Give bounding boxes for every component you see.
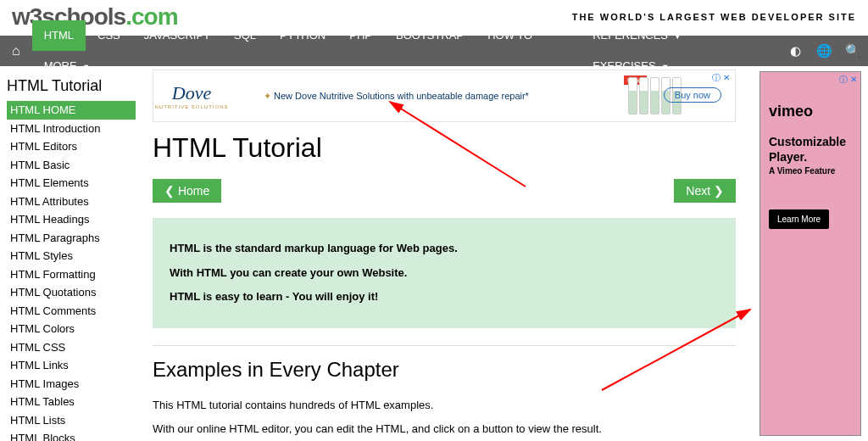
sidebar-item-html-paragraphs[interactable]: HTML Paragraphs [7, 229, 136, 248]
ad-info-icon[interactable]: ⓘ [712, 73, 721, 82]
ad-brand-logo: vimeo [769, 103, 852, 120]
sidebar-item-html-comments[interactable]: HTML Comments [7, 302, 136, 321]
nav-item-how-to[interactable]: HOW TO [476, 20, 544, 51]
sidebar-item-html-blocks[interactable]: HTML Blocks [7, 429, 136, 441]
ad-buy-button[interactable]: Buy now [664, 87, 721, 103]
ad-skyscraper[interactable]: ⓘ ✕ vimeo Customizable Player. A Vimeo F… [760, 71, 861, 436]
ad-subheading: A Vimeo Feature [769, 166, 852, 176]
sidebar-item-html-quotations[interactable]: HTML Quotations [7, 283, 136, 302]
sidebar-item-html-formatting[interactable]: HTML Formatting [7, 265, 136, 284]
sidebar-item-html-styles[interactable]: HTML Styles [7, 247, 136, 265]
theme-toggle-icon[interactable]: ◐ [782, 36, 810, 66]
sidebar: HTML Tutorial HTML HOMEHTML Introduction… [0, 66, 136, 441]
ad-info-controls[interactable]: ⓘ ✕ [839, 74, 857, 86]
search-icon[interactable]: 🔍 [839, 36, 868, 66]
sidebar-item-html-lists[interactable]: HTML Lists [7, 411, 136, 430]
globe-icon[interactable]: 🌐 [810, 36, 839, 66]
divider [153, 345, 736, 346]
nav-item-css[interactable]: CSS [86, 20, 132, 51]
ad-close-icon[interactable]: ✕ [723, 73, 730, 82]
intro-box: HTML is the standard markup language for… [153, 218, 736, 328]
main-content: Dove NUTRITIVE SOLUTIONS ✦ New Dove Nutr… [136, 66, 753, 441]
nav-item-bootstrap[interactable]: BOOTSTRAP [384, 20, 476, 51]
sidebar-item-html-editors[interactable]: HTML Editors [7, 137, 136, 156]
ad-close-icon[interactable]: ✕ [850, 75, 857, 84]
ad-text: ✦ New Dove Nutritive Solutions with unbe… [264, 91, 529, 102]
section-text: This HTML tutorial contains hundreds of … [153, 394, 736, 441]
sidebar-item-html-basic[interactable]: HTML Basic [7, 156, 136, 175]
ad-info-controls[interactable]: ⓘ ✕ [712, 72, 730, 84]
nav-item-html[interactable]: HTML [32, 20, 86, 51]
sidebar-item-html-css[interactable]: HTML CSS [7, 338, 136, 357]
sidebar-item-html-images[interactable]: HTML Images [7, 375, 136, 394]
sidebar-title: HTML Tutorial [7, 75, 136, 98]
sidebar-item-html-links[interactable]: HTML Links [7, 356, 136, 375]
sidebar-item-html-introduction[interactable]: HTML Introduction [7, 120, 136, 138]
home-icon[interactable]: ⌂ [0, 36, 32, 66]
sidebar-item-html-colors[interactable]: HTML Colors [7, 320, 136, 338]
sidebar-item-html-elements[interactable]: HTML Elements [7, 174, 136, 193]
sidebar-item-html-attributes[interactable]: HTML Attributes [7, 193, 136, 211]
section-title: Examples in Every Chapter [153, 358, 736, 382]
next-button[interactable]: Next ❯ [674, 179, 736, 203]
sidebar-item-html-headings[interactable]: HTML Headings [7, 210, 136, 229]
home-button[interactable]: ❮ Home [153, 179, 221, 203]
ad-brand-logo: Dove NUTRITIVE SOLUTIONS [153, 82, 230, 109]
ad-sidebar: ⓘ ✕ vimeo Customizable Player. A Vimeo F… [760, 71, 861, 441]
main-nav: ⌂ HTMLCSSJAVASCRIPTSQLPYTHONPHPBOOTSTRAP… [0, 36, 868, 66]
ad-banner-top[interactable]: Dove NUTRITIVE SOLUTIONS ✦ New Dove Nutr… [153, 70, 736, 122]
ad-heading: Customizable Player. [769, 134, 852, 165]
sidebar-item-html-tables[interactable]: HTML Tables [7, 393, 136, 411]
sidebar-item-html-home[interactable]: HTML HOME [7, 101, 136, 120]
ad-cta-button[interactable]: Learn More [769, 209, 829, 229]
nav-item-python[interactable]: PYTHON [268, 20, 337, 51]
nav-item-javascript[interactable]: JAVASCRIPT [132, 20, 222, 51]
nav-item-references[interactable]: REFERENCES ▼ [581, 20, 693, 51]
page-title: HTML Tutorial [153, 132, 736, 164]
nav-item-sql[interactable]: SQL [222, 20, 268, 51]
ad-info-icon[interactable]: ⓘ [839, 75, 848, 84]
nav-item-php[interactable]: PHP [337, 20, 384, 51]
